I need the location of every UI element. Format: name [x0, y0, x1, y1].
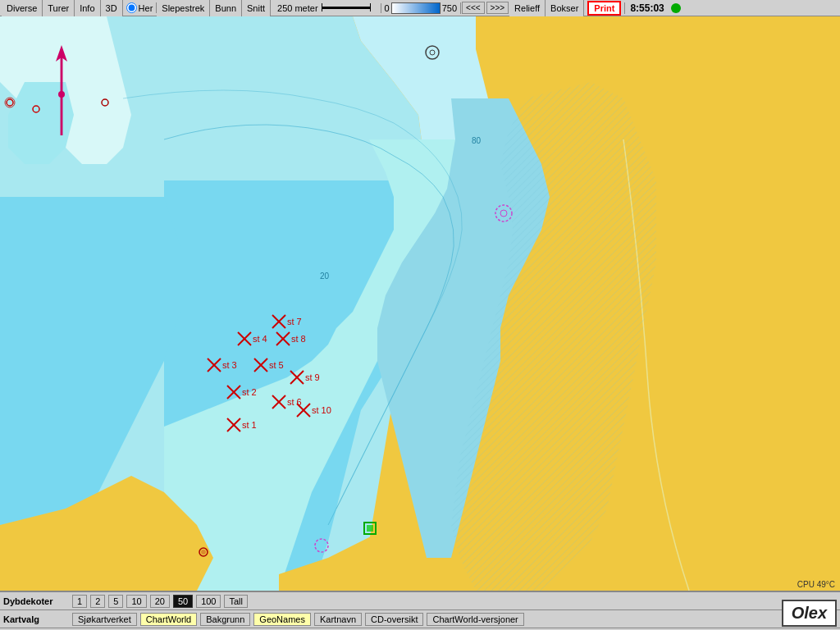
depth-10[interactable]: 10 — [126, 595, 146, 608]
depth-gradient — [391, 2, 441, 14]
svg-text:20: 20 — [320, 272, 330, 281]
dybdekoter-label: Dybdekoter — [3, 596, 69, 606]
depth-min-label: 0 — [385, 3, 390, 13]
slepestrek-button[interactable]: Slepestrek — [157, 0, 210, 16]
depth-50[interactable]: 50 — [173, 595, 193, 608]
nav-right-button[interactable]: >>> — [486, 2, 509, 14]
depth-tall[interactable]: Tall — [224, 595, 248, 608]
chart-bakgrunn[interactable]: Bakgrunn — [200, 613, 250, 626]
scale-label: 250 meter — [277, 3, 318, 13]
map-container[interactable]: 80 20 — [0, 16, 840, 591]
toolbar: Diverse Turer Info 3D Her Slepestrek Bun… — [0, 0, 840, 16]
svg-text:80: 80 — [472, 136, 482, 145]
olex-logo: Olex — [782, 600, 837, 627]
snitt-button[interactable]: Snitt — [242, 0, 271, 16]
print-button[interactable]: Print — [587, 1, 621, 16]
chart-geonames[interactable]: GeoNames — [253, 613, 311, 626]
depth-bar: 0 750 — [381, 2, 461, 14]
map-svg: 80 20 — [0, 16, 840, 591]
cpu-label: CPU 49°C — [797, 580, 835, 589]
bottom-panel: Dybdekoter 1 2 5 10 20 50 100 Tall Kartv… — [0, 591, 840, 630]
relieff-button[interactable]: Relieff — [509, 0, 546, 16]
turer-button[interactable]: Turer — [43, 0, 75, 16]
status-dot — [671, 3, 681, 13]
kartvalg-row: Kartvalg Sjøkartverket ChartWorld Bakgru… — [0, 610, 840, 628]
kartvalg-sjoekartverket[interactable]: Sjøkartverket — [72, 613, 137, 626]
scale-bar: 250 meter — [271, 3, 381, 13]
bokser-button[interactable]: Bokser — [546, 0, 584, 16]
diverse-button[interactable]: Diverse — [2, 0, 43, 16]
her-radio[interactable]: Her — [123, 2, 158, 13]
info-button[interactable]: Info — [75, 0, 100, 16]
bunn-button[interactable]: Bunn — [210, 0, 242, 16]
dybdekoter-row: Dybdekoter 1 2 5 10 20 50 100 Tall — [0, 592, 840, 610]
depth-1[interactable]: 1 — [72, 595, 87, 608]
depth-20[interactable]: 20 — [150, 595, 170, 608]
depth-100[interactable]: 100 — [196, 595, 221, 608]
scale-line — [322, 7, 371, 9]
clock-display: 8:55:03 — [624, 2, 669, 14]
svg-rect-21 — [367, 525, 373, 532]
chart-kartnavn[interactable]: Kartnavn — [314, 613, 362, 626]
nav-left-button[interactable]: <<< — [462, 2, 485, 14]
chart-chartworld[interactable]: ChartWorld — [140, 613, 197, 626]
svg-point-31 — [58, 91, 65, 98]
depth-max-label: 750 — [442, 3, 457, 13]
chart-cd-oversikt[interactable]: CD-oversikt — [365, 613, 423, 626]
chart-cw-versjoner[interactable]: ChartWorld-versjoner — [427, 613, 523, 626]
kartvalg-label: Kartvalg — [3, 614, 69, 624]
depth-2[interactable]: 2 — [90, 595, 105, 608]
depth-5[interactable]: 5 — [108, 595, 123, 608]
3d-button[interactable]: 3D — [101, 0, 123, 16]
svg-point-27 — [201, 550, 206, 555]
